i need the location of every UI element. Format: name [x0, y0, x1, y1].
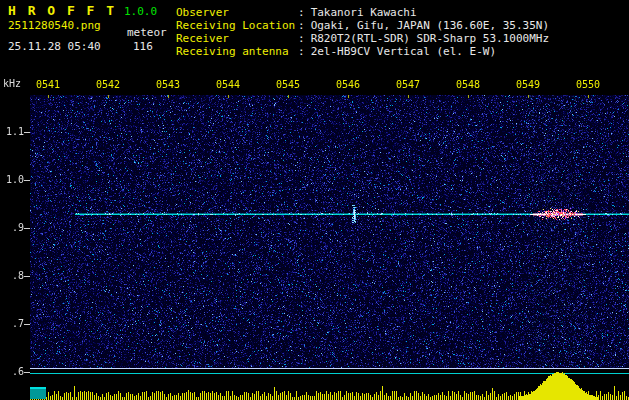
info-value: 2el-HB9CV Vertical (el. E-W) [311, 45, 496, 58]
xtick-label: 0549 [508, 80, 548, 90]
xtick-label: 0548 [448, 80, 488, 90]
xtick-label: 0541 [28, 80, 68, 90]
info-row-observer: Observer:Takanori Kawachi [176, 6, 549, 19]
xtick-label: 0544 [208, 80, 248, 90]
info-label: Observer [176, 6, 298, 19]
y-axis-unit: kHz [3, 79, 21, 89]
ytick-label: .8 [0, 271, 24, 281]
spectrogram-canvas [0, 70, 629, 400]
ytick-label: 1.0 [0, 175, 24, 185]
filename-label: 2511280540.png [8, 19, 101, 32]
info-colon: : [298, 19, 305, 32]
info-colon: : [298, 45, 305, 58]
info-label: Receiving Location [176, 19, 298, 32]
info-label: Receiving antenna [176, 45, 298, 58]
xtick-label: 0546 [328, 80, 368, 90]
xtick-label: 0543 [148, 80, 188, 90]
ytick-label: .9 [0, 223, 24, 233]
xtick-label: 0547 [388, 80, 428, 90]
datetime-label: 25.11.28 05:40 [8, 40, 101, 53]
info-colon: : [298, 32, 305, 45]
version-label: 1.0.0 [124, 5, 157, 18]
info-value: Ogaki, Gifu, JAPAN (136.60E, 35.35N) [311, 19, 549, 32]
hrofft-window: H R O F F T 1.0.0 2511280540.png meteor … [0, 0, 629, 400]
ytick-label: 1.1 [0, 127, 24, 137]
info-row-antenna: Receiving antenna:2el-HB9CV Vertical (el… [176, 45, 549, 58]
info-label: Receiver [176, 32, 298, 45]
mode-label: meteor [127, 26, 167, 39]
info-value: R820T2(RTL-SDR) SDR-Sharp 53.1000MHz [311, 32, 549, 45]
event-count: 116 [133, 40, 153, 53]
info-value: Takanori Kawachi [311, 6, 417, 19]
app-title: H R O F F T [8, 3, 116, 18]
xtick-label: 0550 [568, 80, 608, 90]
info-row-location: Receiving Location:Ogaki, Gifu, JAPAN (1… [176, 19, 549, 32]
xtick-label: 0542 [88, 80, 128, 90]
info-row-receiver: Receiver:R820T2(RTL-SDR) SDR-Sharp 53.10… [176, 32, 549, 45]
station-info: Observer:Takanori Kawachi Receiving Loca… [176, 6, 549, 58]
xtick-label: 0545 [268, 80, 308, 90]
ytick-label: .6 [0, 367, 24, 377]
ytick-label: .7 [0, 319, 24, 329]
info-colon: : [298, 6, 305, 19]
